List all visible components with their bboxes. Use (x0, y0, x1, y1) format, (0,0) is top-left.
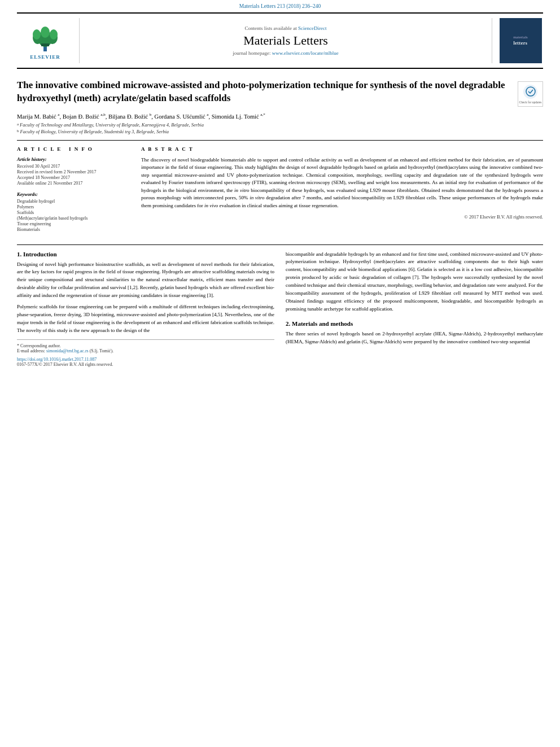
affiliation-b: b Faculty of Biology, University of Belg… (17, 129, 543, 134)
elsevier-tree-icon (25, 22, 65, 53)
online-date: Available online 21 November 2017 (17, 181, 130, 186)
check-updates-label: Check for updates (519, 101, 541, 104)
header-center: Contents lists available at ScienceDirec… (79, 18, 492, 63)
elsevier-logo-area: ELSEVIER (17, 18, 79, 63)
section2-area: 2. Materials and methods The three serie… (286, 320, 543, 346)
body-col-right: biocompatible and degradable hydrogels b… (286, 251, 543, 367)
sciencedirect-link[interactable]: ScienceDirect (298, 25, 326, 31)
page: Materials Letters 213 (2018) 236–240 (0, 0, 560, 747)
journal-homepage: journal homepage: www.elsevier.com/locat… (233, 50, 338, 56)
abstract-header: A B S T R A C T (141, 146, 543, 152)
svg-point-4 (41, 27, 50, 38)
article-info-header: A R T I C L E I N F O (17, 146, 130, 152)
svg-rect-7 (41, 43, 49, 46)
journal-title: Materials Letters (243, 33, 328, 48)
affiliation-a: a Faculty of Technology and Metallurgy, … (17, 122, 543, 128)
keywords-list: Degradable hydrogel Polymers Scaffolds (… (17, 199, 130, 232)
header-right: materials letters (492, 18, 543, 63)
section2-para-1: The three series of novel hydrogels base… (286, 330, 543, 346)
doi-link[interactable]: https://doi.org/10.1016/j.matlet.2017.11… (17, 357, 97, 362)
elsevier-wordmark: ELSEVIER (30, 54, 60, 60)
journal-banner: Materials Letters 213 (2018) 236–240 (0, 0, 560, 10)
revised-date: Received in revised form 2 November 2017 (17, 169, 130, 174)
keyword-1: Degradable hydrogel (17, 199, 130, 204)
intro-para-2: Polymeric scaffolds for tissue engineeri… (17, 303, 274, 335)
info-abstract-section: A R T I C L E I N F O Article history: R… (17, 140, 543, 238)
article-title: The innovative combined microwave-assist… (17, 79, 512, 105)
email-link[interactable]: simonida@tmf.bg.ac.rs (46, 348, 89, 353)
article-title-text: The innovative combined microwave-assist… (17, 79, 512, 105)
badge-main-label: letters (514, 41, 528, 46)
journal-homepage-link[interactable]: www.elsevier.com/locate/mlblue (272, 50, 339, 56)
svg-point-8 (526, 87, 535, 96)
section1-title: 1. Introduction (17, 251, 274, 257)
section1-text: Designing of novel high performance bioi… (17, 261, 274, 335)
combined-word: combined (513, 164, 533, 170)
intro-col2-para-1: biocompatible and degradable hydrogels b… (286, 251, 543, 314)
email-note: E-mail address: simonida@tmf.bg.ac.rs (S… (17, 348, 274, 353)
badge-top-label: materials (513, 35, 528, 40)
authors-line: Marija M. Babić a, Bojan Đ. Božić a,b, B… (17, 112, 543, 120)
main-content: The innovative combined microwave-assist… (0, 79, 560, 367)
section2-text: The three series of novel hydrogels base… (286, 330, 543, 346)
keyword-5: Tissue engineering (17, 221, 130, 226)
keywords-label: Keywords: (17, 191, 130, 197)
issn-line: 0167-577X/© 2017 Elsevier B.V. All right… (17, 362, 274, 367)
materials-letters-badge: materials letters (500, 18, 542, 63)
received-date: Received 30 April 2017 (17, 164, 130, 169)
keyword-3: Scaffolds (17, 210, 130, 215)
affiliations: a Faculty of Technology and Metallurgy, … (17, 122, 543, 134)
check-for-updates-badge: Check for updates (518, 81, 543, 107)
section2-title: 2. Materials and methods (286, 320, 543, 327)
sciencedirect-line: Contents lists available at ScienceDirec… (245, 25, 327, 31)
keyword-4: (Meth)acrylate/gelatin based hydrogels (17, 216, 130, 221)
abstract-section: A B S T R A C T The discovery of novel b… (141, 146, 543, 238)
keyword-6: Biomaterials (17, 227, 130, 232)
intro-para-1: Designing of novel high performance bioi… (17, 261, 274, 300)
svg-point-5 (33, 29, 41, 40)
section1-col2-text: biocompatible and degradable hydrogels b… (286, 251, 543, 314)
body-two-col: 1. Introduction Designing of novel high … (17, 251, 543, 367)
check-updates-icon (523, 85, 537, 99)
article-title-section: The innovative combined microwave-assist… (17, 79, 543, 107)
corresponding-note: * Corresponding author. (17, 343, 274, 348)
body-section: 1. Introduction Designing of novel high … (17, 244, 543, 367)
svg-point-6 (50, 29, 58, 40)
article-history: Article history: Received 30 April 2017 … (17, 156, 130, 186)
history-label: Article history: (17, 156, 130, 162)
journal-citation: Materials Letters 213 (2018) 236–240 (239, 3, 321, 9)
keyword-2: Polymers (17, 204, 130, 209)
abstract-text: The discovery of novel biodegradable bio… (141, 156, 543, 210)
copyright-line: © 2017 Elsevier B.V. All rights reserved… (141, 214, 543, 220)
body-col-left: 1. Introduction Designing of novel high … (17, 251, 274, 367)
article-info-column: A R T I C L E I N F O Article history: R… (17, 146, 130, 238)
doi-line: https://doi.org/10.1016/j.matlet.2017.11… (17, 356, 274, 362)
keywords-section: Keywords: Degradable hydrogel Polymers S… (17, 191, 130, 232)
accepted-date: Accepted 18 November 2017 (17, 175, 130, 180)
footnote-section: * Corresponding author. E-mail address: … (17, 339, 274, 367)
